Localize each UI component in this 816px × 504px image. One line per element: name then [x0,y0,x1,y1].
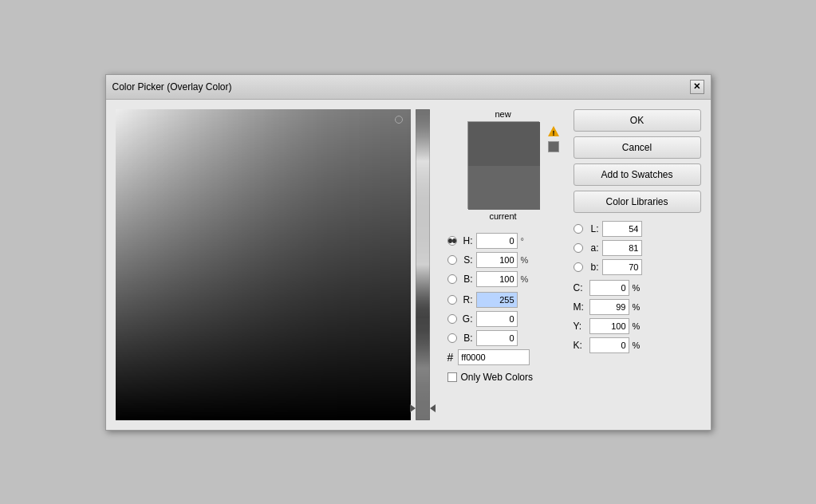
m-field-row: M: % [574,299,701,315]
k-field-row: K: % [574,337,701,353]
g-input[interactable] [476,311,518,327]
b2-field-row: B: [447,330,559,346]
hex-input[interactable] [458,349,530,365]
lab-fields: L: a: b: [574,221,701,275]
g-label: G: [460,313,473,325]
k-unit: % [633,341,641,350]
svg-rect-1 [116,109,411,420]
y-unit: % [633,321,641,331]
b-lab-radio[interactable] [574,262,583,272]
r-label: R: [460,294,473,305]
k-label: K: [574,340,586,351]
spectrum-indicator [395,116,403,124]
color-swatch-container: ! [467,121,539,209]
a-radio[interactable] [574,243,583,253]
h-radio[interactable] [447,236,457,246]
g-radio[interactable] [447,314,457,324]
right-panel: OK Cancel Add to Swatches Color Librarie… [567,109,701,420]
b2-label: B: [460,333,473,344]
s-unit: % [521,255,532,265]
s-field-row: S: % [447,252,559,268]
a-label: a: [586,242,599,254]
r-input[interactable] [476,292,518,308]
only-web-label: Only Web Colors [461,372,533,383]
add-to-swatches-button[interactable]: Add to Swatches [574,163,701,186]
c-input[interactable] [589,280,629,296]
s-radio[interactable] [447,255,457,265]
only-web-checkbox[interactable] [447,372,457,382]
c-unit: % [633,283,641,293]
b-field-row: B: % [447,271,559,287]
c-label: C: [574,282,586,293]
b-lab-field-row: b: [574,259,701,275]
cmyk-fields: C: % M: % Y: % K: % [574,280,701,353]
b-input[interactable] [476,271,518,287]
g-field-row: G: [447,311,559,327]
b-lab-label: b: [586,262,599,273]
color-preview: new ! [447,109,559,221]
b2-input[interactable] [476,330,518,346]
hue-slider-area [416,109,433,420]
hex-hash: # [447,351,454,364]
color-picker-dialog: Color Picker (Overlay Color) ✕ [105,74,712,431]
warning-swatch[interactable] [548,141,559,152]
b2-radio[interactable] [447,333,457,343]
l-radio[interactable] [574,224,583,234]
h-field-row: H: ° [447,233,559,249]
m-label: M: [574,301,586,313]
l-input[interactable] [602,221,642,237]
k-input[interactable] [589,337,629,353]
close-button[interactable]: ✕ [690,80,704,94]
y-input[interactable] [589,318,629,334]
h-label: H: [460,235,473,246]
warning-icon: ! [547,125,560,138]
hue-slider[interactable] [416,109,430,420]
center-panel: new ! [441,109,559,420]
s-input[interactable] [476,252,518,268]
b-unit: % [521,274,532,284]
current-label: current [489,211,516,221]
b-lab-input[interactable] [602,259,642,275]
color-libraries-button[interactable]: Color Libraries [574,191,701,213]
spectrum-svg[interactable] [116,109,411,420]
color-new [468,122,540,166]
hue-arrow-left [410,404,416,412]
c-field-row: C: % [574,280,701,296]
a-field-row: a: [574,240,701,256]
warning-triangle-container: ! [547,125,560,138]
s-label: S: [460,254,473,266]
svg-rect-2 [416,109,430,420]
y-label: Y: [574,321,586,332]
left-panel [116,109,433,420]
b-radio[interactable] [447,274,457,284]
new-label: new [495,109,510,119]
rgb-fields: R: G: B: [447,292,559,346]
l-label: L: [586,223,599,234]
hsb-fields: H: ° S: % B: % [447,233,559,287]
only-web-row: Only Web Colors [447,372,559,383]
r-field-row: R: [447,292,559,308]
ok-button[interactable]: OK [574,109,701,132]
r-radio[interactable] [447,295,457,305]
hue-arrow-right [430,404,436,412]
action-buttons: OK Cancel Add to Swatches Color Librarie… [574,109,701,213]
hue-svg [416,109,430,420]
h-input[interactable] [476,233,518,249]
title-bar: Color Picker (Overlay Color) ✕ [106,75,711,100]
h-unit: ° [521,236,532,246]
cancel-button[interactable]: Cancel [574,136,701,159]
y-field-row: Y: % [574,318,701,334]
warning-area: ! [547,125,560,152]
spectrum-area[interactable] [116,109,411,420]
m-input[interactable] [589,299,629,315]
l-field-row: L: [574,221,701,237]
hex-row: # [447,349,559,365]
a-input[interactable] [602,240,642,256]
dialog-title: Color Picker (Overlay Color) [112,81,232,93]
color-new-swatch[interactable] [467,121,539,209]
b-label: B: [460,274,473,285]
svg-text:!: ! [552,129,554,137]
dialog-body: new ! [106,100,711,430]
color-current [468,166,540,210]
m-unit: % [633,302,641,312]
